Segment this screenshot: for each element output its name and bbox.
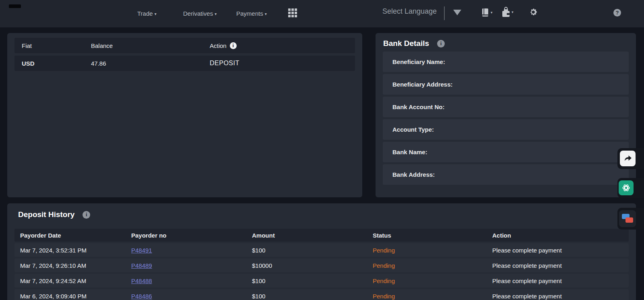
language-dropdown-triangle-icon[interactable] (453, 10, 461, 15)
payorder-no-column-header: Payorder no (131, 232, 252, 239)
history-table-row: Mar 7, 2024, 9:26:10 AM P48489 $10000 Pe… (14, 259, 629, 272)
share-button[interactable] (620, 151, 636, 166)
history-table-header: Payorder Date Payorder no Amount Status … (14, 229, 629, 242)
action-text: Please complete payment (492, 293, 629, 300)
nav-menu-derivatives[interactable]: Derivatives▾ (183, 9, 217, 19)
action-column-header: Action (210, 42, 227, 49)
bank-field-beneficiary-address: Beneficiary Address: (383, 74, 629, 95)
chevron-down-icon: ▾ (155, 12, 157, 16)
status-column-header: Status (373, 232, 492, 239)
chevron-down-icon: ▾ (215, 12, 217, 16)
fiat-table-header: Fiat Balance Action i (14, 38, 355, 53)
bank-field-bank-account-no: Bank Account No: (383, 97, 629, 117)
bank-field-label: Beneficiary Name: (383, 58, 445, 65)
chevron-down-icon: ▾ (491, 10, 493, 14)
bank-details-title: Bank Details (383, 39, 429, 48)
fiat-balance-panel: Fiat Balance Action i USD 47.86 DEPOSIT (7, 33, 362, 197)
bank-field-label: Beneficiary Address: (383, 81, 453, 88)
payorder-link[interactable]: P48491 (131, 247, 152, 254)
amount: $10000 (252, 262, 373, 269)
chatgpt-extension-button[interactable] (619, 180, 634, 195)
action-text: Please complete payment (492, 277, 629, 284)
chat-bubble-red-icon (625, 217, 633, 223)
payorder-date: Mar 7, 2024, 9:26:10 AM (14, 262, 131, 269)
nav-menu-payments-label: Payments (236, 10, 263, 17)
chevron-down-icon: ▾ (512, 10, 514, 14)
wallet-menu[interactable]: ▾ (502, 6, 514, 18)
bank-field-label: Bank Name: (383, 149, 427, 155)
book-icon (481, 8, 489, 17)
bank-field-label: Account Type: (383, 126, 434, 133)
chevron-down-icon: ▾ (265, 12, 267, 16)
action-column-header: Action (492, 232, 629, 239)
deposit-button[interactable]: DEPOSIT (210, 60, 239, 67)
top-navigation-bar: Trade▾ Derivatives▾ Payments▾ Select Lan… (0, 0, 644, 27)
fiat-table-row: USD 47.86 DEPOSIT (14, 56, 355, 71)
logo[interactable] (9, 4, 21, 8)
history-table-row: Mar 7, 2024, 9:24:52 AM P48488 $100 Pend… (14, 274, 629, 288)
status-badge: Pending (373, 262, 395, 269)
bank-field-label: Bank Address: (383, 171, 435, 178)
amount: $100 (252, 247, 373, 254)
payorder-link[interactable]: P48489 (131, 262, 152, 269)
payorder-date: Mar 7, 2024, 3:52:31 PM (14, 247, 131, 254)
nav-menu-payments[interactable]: Payments▾ (236, 9, 267, 19)
chat-extension-button[interactable] (619, 210, 636, 227)
history-table-row: Mar 6, 2024, 9:09:40 PM P48486 $100 Pend… (14, 289, 629, 300)
fiat-column-header: Fiat (14, 42, 91, 49)
action-text: Please complete payment (492, 247, 629, 254)
bank-field-beneficiary-name: Beneficiary Name: (383, 52, 629, 72)
share-arrow-icon (623, 154, 633, 163)
deposit-history-panel: Deposit History i Payorder Date Payorder… (7, 203, 636, 300)
status-badge: Pending (373, 247, 395, 254)
amount: $100 (252, 293, 373, 300)
amount: $100 (252, 277, 373, 284)
bank-field-bank-name: Bank Name: (383, 142, 629, 162)
info-icon[interactable]: i (230, 42, 237, 49)
history-table-row: Mar 7, 2024, 3:52:31 PM P48491 $100 Pend… (14, 243, 629, 257)
payorder-date-column-header: Payorder Date (14, 232, 131, 239)
status-badge: Pending (373, 277, 395, 284)
help-button[interactable]: ? (613, 9, 621, 17)
deposit-history-title: Deposit History (18, 210, 74, 219)
bank-field-label: Bank Account No: (383, 103, 444, 110)
bank-details-panel: Bank Details i Beneficiary Name: Benefic… (376, 33, 636, 197)
settings-button[interactable] (529, 8, 538, 17)
payorder-link[interactable]: P48486 (131, 293, 152, 300)
payorder-date: Mar 6, 2024, 9:09:40 PM (14, 293, 131, 300)
apps-grid-icon[interactable] (288, 8, 298, 19)
nav-menu-trade[interactable]: Trade▾ (137, 9, 157, 19)
info-icon[interactable]: i (437, 40, 445, 48)
fiat-balance: 47.86 (91, 60, 210, 67)
bank-field-bank-address: Bank Address: (383, 164, 629, 185)
chatgpt-logo-icon (621, 183, 631, 193)
action-text: Please complete payment (492, 262, 629, 269)
wallet-lock-icon (502, 6, 510, 18)
orders-menu[interactable]: ▾ (481, 8, 493, 17)
amount-column-header: Amount (252, 232, 373, 239)
divider (444, 6, 445, 20)
language-selector[interactable]: Select Language (382, 7, 437, 16)
status-badge: Pending (373, 293, 395, 300)
help-icon: ? (616, 10, 619, 16)
payorder-date: Mar 7, 2024, 9:24:52 AM (14, 277, 131, 284)
info-icon[interactable]: i (83, 211, 90, 219)
bank-field-account-type: Account Type: (383, 119, 629, 140)
nav-menu-trade-label: Trade (137, 10, 153, 17)
fiat-currency: USD (14, 60, 91, 67)
payorder-link[interactable]: P48488 (131, 277, 152, 284)
gear-icon (529, 8, 538, 17)
balance-column-header: Balance (91, 42, 210, 49)
nav-menu-derivatives-label: Derivatives (183, 10, 213, 17)
